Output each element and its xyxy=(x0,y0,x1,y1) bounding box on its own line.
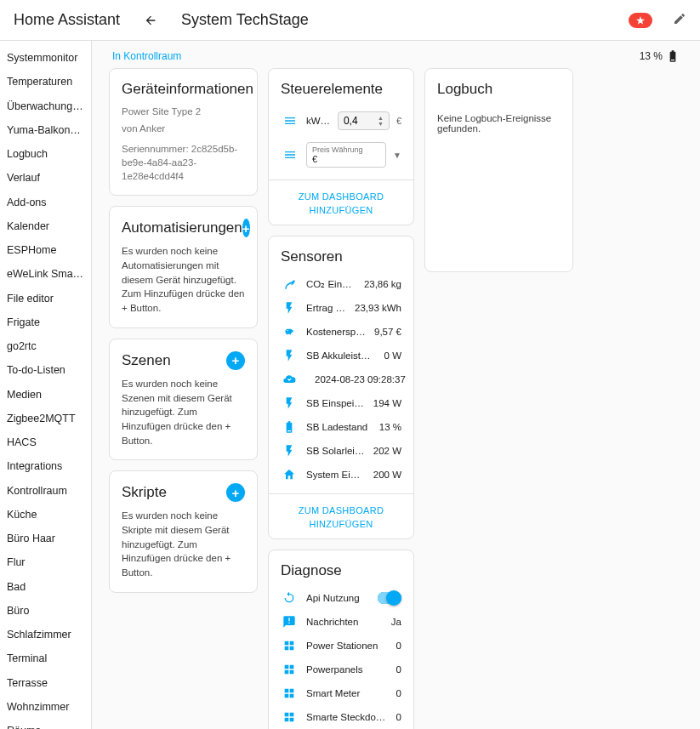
top-bar: Home Assistant System TechStage xyxy=(0,0,700,41)
sidebar-item[interactable]: HACS xyxy=(0,430,91,454)
sidebar-item[interactable]: Zigbee2MQTT xyxy=(0,407,91,430)
currency-select[interactable]: Preis Währung € xyxy=(306,142,386,168)
add-controls-dashboard[interactable]: ZUM DASHBOARD HINZUFÜGEN xyxy=(299,191,384,215)
sensors-heading: Sensoren xyxy=(281,248,401,265)
count-icon xyxy=(281,663,298,676)
sidebar-item[interactable]: Terminal xyxy=(0,646,91,670)
sidebar-item[interactable]: Medien xyxy=(0,383,91,407)
device-serial: Seriennummer: 2c825d5b-be9e-4a84-aa23-1e… xyxy=(122,142,245,183)
sensors-card: Sensoren CO₂ Einsparung23,86 kgErtrag ge… xyxy=(268,236,414,539)
sidebar-item[interactable]: Bad xyxy=(0,575,91,599)
sidebar-item[interactable]: Frigate xyxy=(0,310,91,334)
sidebar-item[interactable]: Terrasse xyxy=(0,671,91,695)
sensor-row[interactable]: SB Datenzeit2024-08-23 09:28:37 xyxy=(281,367,401,391)
battery-icon xyxy=(666,49,680,63)
api-toggle[interactable] xyxy=(378,592,401,604)
battery-indicator: 13 % xyxy=(640,49,680,63)
bolt-icon xyxy=(281,301,298,315)
sidebar-item[interactable]: Räume xyxy=(0,719,91,729)
scripts-empty: Es wurden noch keine Skripte mit diesem … xyxy=(122,509,245,579)
sidebar-item[interactable]: Kontrollraum xyxy=(0,479,91,503)
diag-row[interactable]: NachrichtenJa xyxy=(281,610,401,634)
sidebar-item[interactable]: File editor xyxy=(0,287,91,310)
sidebar-item[interactable]: Schlafzimmer xyxy=(0,623,91,646)
sidebar-item[interactable]: To-do-Listen xyxy=(0,358,91,382)
sensor-row[interactable]: SB Solarleistung202 W xyxy=(281,439,401,463)
sidebar-item[interactable]: go2rtc xyxy=(0,334,91,358)
sensor-row[interactable]: SB Einspeiseleistung194 W xyxy=(281,391,401,415)
leaf-icon xyxy=(281,277,298,291)
diagnose-heading: Diagnose xyxy=(281,562,401,579)
sidebar-item[interactable]: ESPHome xyxy=(0,238,91,262)
piggy-icon xyxy=(281,325,298,339)
scripts-heading: Skripte xyxy=(122,484,167,501)
page-title: System TechStage xyxy=(181,11,608,29)
logbook-empty: Keine Logbuch-Ereignisse gefunden. xyxy=(437,105,561,185)
device-info-card: Geräteinformationen Power Site Type 2 vo… xyxy=(109,68,258,196)
scenes-card: Szenen + Es wurden noch keine Szenen mit… xyxy=(109,339,258,460)
price-icon xyxy=(281,114,299,128)
sidebar-item[interactable]: Wohnzimmer xyxy=(0,695,91,719)
sync-icon xyxy=(281,591,298,605)
msg-icon xyxy=(281,615,298,629)
bolt-icon xyxy=(281,349,298,362)
diag-row[interactable]: Power Stationen0 xyxy=(281,634,401,658)
breadcrumb[interactable]: In Kontrollraum xyxy=(112,50,181,62)
add-automation-button[interactable]: + xyxy=(242,219,250,237)
sidebar-item[interactable]: Temperaturen xyxy=(0,70,91,94)
scripts-card: Skripte + Es wurden noch keine Skripte m… xyxy=(109,470,258,592)
sidebar-item[interactable]: Flur xyxy=(0,550,91,574)
add-sensors-dashboard[interactable]: ZUM DASHBOARD HINZUFÜGEN xyxy=(299,505,384,529)
count-icon xyxy=(281,639,298,652)
sidebar-item[interactable]: Systemmonitor xyxy=(0,46,91,70)
automations-heading: Automatisierungen xyxy=(122,219,242,236)
sensor-row[interactable]: SB Akkuleistung0 W xyxy=(281,344,401,367)
diag-row[interactable]: Smart Meter0 xyxy=(281,681,401,705)
price-unit: € xyxy=(396,116,401,126)
scenes-empty: Es wurden noch keine Szenen mit diesem G… xyxy=(122,377,245,447)
sidebar-item[interactable]: Add-ons xyxy=(0,191,91,214)
sidebar-item[interactable]: Überwachungskameras xyxy=(0,94,91,118)
home-icon xyxy=(281,468,298,481)
add-script-button[interactable]: + xyxy=(226,483,245,502)
sidebar-item[interactable]: Büro Haar xyxy=(0,527,91,550)
diag-row[interactable]: Powerpanels0 xyxy=(281,658,401,681)
chevron-down-icon: ▼ xyxy=(393,151,401,160)
brand-title: Home Assistant xyxy=(14,11,120,29)
sidebar-item[interactable]: eWeLink Smart Home xyxy=(0,262,91,286)
price-input[interactable]: ▲▼ xyxy=(338,111,390,130)
sensor-row[interactable]: SB Ladestand13 % xyxy=(281,415,401,439)
batt-icon xyxy=(281,420,298,434)
price-label: kWh Pre… xyxy=(306,116,331,126)
price-stepper[interactable]: ▲▼ xyxy=(378,115,384,127)
scenes-heading: Szenen xyxy=(122,352,171,369)
bolt-icon xyxy=(281,444,298,458)
logbook-heading: Logbuch xyxy=(437,81,561,98)
add-scene-button[interactable]: + xyxy=(226,351,245,370)
count-icon xyxy=(281,686,298,700)
sidebar-item[interactable]: Integrations xyxy=(0,454,91,478)
controls-heading: Steuerelemente xyxy=(281,81,401,98)
sensor-row[interactable]: System Einspeisevorgabe200 W xyxy=(281,463,401,487)
device-info-heading: Geräteinformationen xyxy=(122,81,245,98)
sidebar-item[interactable]: Kalender xyxy=(0,214,91,238)
back-button[interactable] xyxy=(140,10,161,31)
edit-button[interactable] xyxy=(673,12,686,28)
sidebar-item[interactable]: Verlauf xyxy=(0,166,91,190)
sidebar-item[interactable]: Logbuch xyxy=(0,142,91,166)
sensor-row[interactable]: Kostenersparnis9,57 € xyxy=(281,320,401,344)
sidebar: SystemmonitorTemperaturenÜberwachungskam… xyxy=(0,41,92,729)
main-content: In Kontrollraum 13 % Geräteinformationen… xyxy=(92,41,700,729)
bolt-icon xyxy=(281,396,298,410)
sidebar-item[interactable]: Büro xyxy=(0,599,91,623)
sensor-row[interactable]: CO₂ Einsparung23,86 kg xyxy=(281,272,401,296)
sidebar-item[interactable]: Küche xyxy=(0,503,91,527)
device-vendor: von Anker xyxy=(122,122,245,135)
logbook-card: Logbuch Keine Logbuch-Ereignisse gefunde… xyxy=(424,68,573,272)
cloud-icon xyxy=(281,373,298,386)
diag-row[interactable]: Api Nutzung xyxy=(281,586,401,610)
sensor-row[interactable]: Ertrag gesamt23,93 kWh xyxy=(281,296,401,320)
sidebar-item[interactable]: Yuma-Balkonkraftwerk xyxy=(0,118,91,142)
diag-row[interactable]: Smarte Steckdosen0 xyxy=(281,705,401,729)
header-chip[interactable] xyxy=(629,13,652,28)
